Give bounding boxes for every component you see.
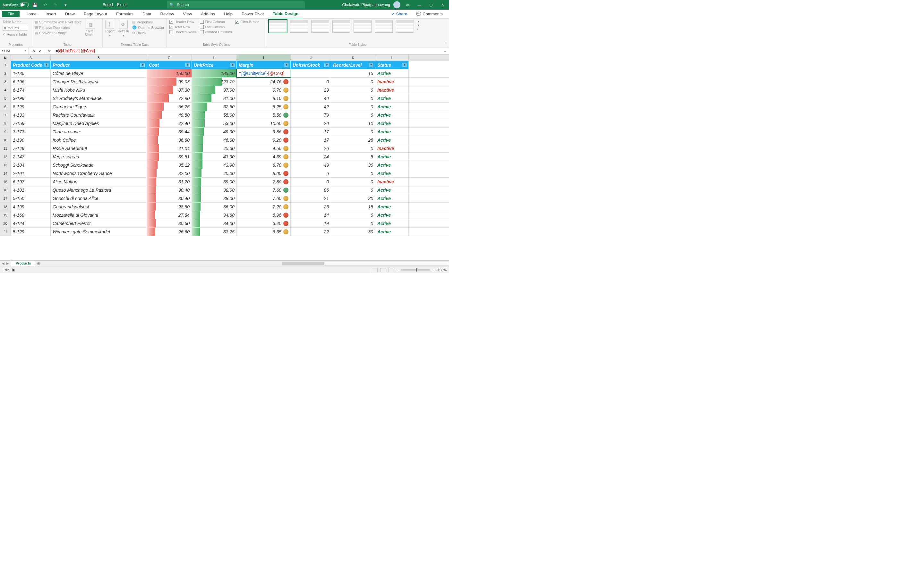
table-styles-gallery[interactable]: ▲▼▾ [269,20,446,42]
cell-margin[interactable]: 4.56 [237,144,291,152]
cell-units-in-stock[interactable]: 20 [291,119,331,127]
filter-icon[interactable]: ▾ [230,63,234,67]
name-box[interactable]: SUM▼ [0,48,29,54]
row-header[interactable]: 13 [0,161,11,169]
cell-product-code[interactable]: 4-168 [11,211,51,219]
cell-reorder-level[interactable]: 0 [331,178,375,185]
cell-reorder-level[interactable]: 0 [331,128,375,136]
cell-unitprice[interactable]: 39.00 [192,178,237,185]
first-column-check[interactable]: First Column [200,20,232,24]
cell-unitprice[interactable]: 55.00 [192,111,237,119]
cell-product[interactable]: Queso Manchego La Pastora [51,186,147,194]
summarize-pivot-button[interactable]: ▦ Summarize with PivotTable [34,20,81,24]
cell-status[interactable]: Active [375,186,409,194]
row-header[interactable]: 14 [0,169,11,177]
gallery-more-icon[interactable]: ▾ [417,28,420,31]
cell-margin[interactable]: 8.10 [237,94,291,102]
horizontal-scrollbar[interactable] [282,262,449,265]
cell-status[interactable]: Active [375,119,409,127]
cell-status[interactable]: Active [375,203,409,211]
worksheet-grid[interactable]: ◣ ABGHIJKL 1Product Code▾Product▾Cost▾Un… [0,54,449,260]
cell-unitprice[interactable]: 97.00 [192,86,237,94]
row-header[interactable]: 5 [0,94,11,102]
tab-table-design[interactable]: Table Design [268,10,303,18]
column-header-G[interactable]: G [147,54,192,61]
cell-cost[interactable]: 32.00 [147,169,192,177]
cell-cost[interactable]: 49.50 [147,111,192,119]
cell-margin[interactable]: 3.40 [237,219,291,227]
cell-margin[interactable]: 24.76 [237,78,291,85]
cell-unitprice[interactable]: 53.00 [192,119,237,127]
macro-record-icon[interactable]: ▣ [12,268,15,272]
cell-product-code[interactable]: 2-101 [11,169,51,177]
cell-product-code[interactable]: 4-124 [11,219,51,227]
cell-margin[interactable]: 7.80 [237,178,291,185]
insert-slicer-button[interactable]: ▥Insert Slicer [85,20,96,37]
cell-product-code[interactable]: 1-190 [11,136,51,144]
gallery-down-icon[interactable]: ▼ [417,24,420,27]
cell-product[interactable]: Wimmers gute Semmelkndel [51,228,147,236]
cell-reorder-level[interactable]: 0 [331,144,375,152]
cell-margin[interactable]: 10.60 [237,119,291,127]
row-header[interactable]: 9 [0,128,11,136]
zoom-in-icon[interactable]: + [433,268,435,272]
cell-margin[interactable]: 6.25 [237,103,291,111]
cell-cost[interactable]: 72.90 [147,94,192,102]
row-header[interactable]: 7 [0,111,11,119]
cell-product-code[interactable]: 5-150 [11,194,51,202]
table-header-product[interactable]: Product▾ [51,61,147,69]
row-header[interactable]: 3 [0,78,11,85]
tab-formulas[interactable]: Formulas [112,10,138,18]
cancel-formula-icon[interactable]: ✕ [32,49,35,53]
cell-product-code[interactable]: 7-149 [11,144,51,152]
add-sheet-icon[interactable]: ⊕ [36,261,42,266]
cell-reorder-level[interactable]: 15 [331,203,375,211]
zoom-level[interactable]: 160% [438,268,447,272]
total-row-check[interactable]: Total Row [170,25,196,29]
cell-status[interactable]: Active [375,161,409,169]
cell-units-in-stock[interactable]: 26 [291,203,331,211]
row-header[interactable]: 21 [0,228,11,236]
cell-product[interactable]: Carnarvon Tigers [51,103,147,111]
tab-insert[interactable]: Insert [41,10,61,18]
page-break-view-icon[interactable] [388,268,394,272]
cell-product[interactable]: Côtes de Blaye [51,69,147,77]
cell-product[interactable]: Schoggi Schokolade [51,161,147,169]
maximize-icon[interactable]: ▢ [427,1,435,9]
cell-units-in-stock[interactable]: 26 [291,144,331,152]
undo-icon[interactable]: ↶ [41,1,50,9]
cell-units-in-stock[interactable]: 79 [291,111,331,119]
cell-reorder-level[interactable]: 0 [331,86,375,94]
cell-reorder-level[interactable]: 0 [331,169,375,177]
cell-reorder-level[interactable]: 30 [331,228,375,236]
row-header[interactable]: 4 [0,86,11,94]
cell-product[interactable]: Vegie-spread [51,152,147,161]
cell-cost[interactable]: 31.20 [147,178,192,185]
cell-unitprice[interactable]: 34.80 [192,211,237,219]
cell-units-in-stock[interactable]: 21 [291,194,331,202]
cell-margin[interactable]: 8.00 [237,169,291,177]
cell-product[interactable]: Gudbrandsdalsost [51,203,147,211]
cell-reorder-level[interactable]: 0 [331,111,375,119]
cell-status[interactable]: Inactive [375,78,409,85]
filter-icon[interactable]: ▾ [402,63,406,67]
autosave-toggle[interactable]: AutoSave Off [3,3,29,7]
tab-add-ins[interactable]: Add-ins [196,10,219,18]
sheet-nav-next-icon[interactable]: ▶ [6,262,9,265]
cell-product-code[interactable]: 4-101 [11,186,51,194]
cell-reorder-level[interactable]: 15 [331,69,375,77]
cell-product-code[interactable]: 3-173 [11,128,51,136]
cell-unitprice[interactable]: 43.90 [192,161,237,169]
cell-product-code[interactable]: 6-174 [11,86,51,94]
cell-product[interactable]: Rssle Sauerkraut [51,144,147,152]
cell-status[interactable]: Active [375,152,409,161]
cell-reorder-level[interactable]: 5 [331,152,375,161]
header-row-check[interactable]: Header Row [170,20,196,24]
cell-product-code[interactable]: 5-129 [11,228,51,236]
sheet-tab-products[interactable]: Products [11,261,36,266]
cell-product-code[interactable]: 1-136 [11,69,51,77]
ribbon-mode-icon[interactable]: ▭ [404,1,412,9]
row-header[interactable]: 10 [0,136,11,144]
cell-unitprice[interactable]: 49.30 [192,128,237,136]
row-header[interactable]: 1 [0,61,11,69]
